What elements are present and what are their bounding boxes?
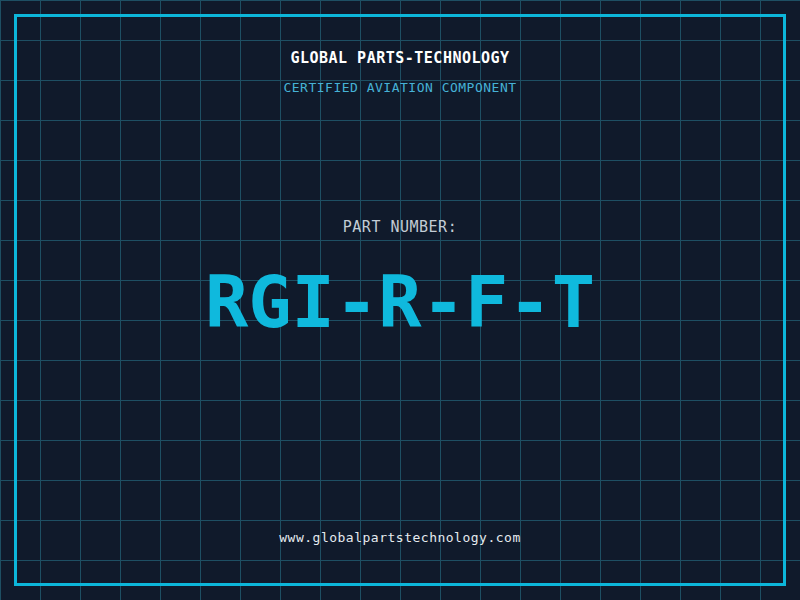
certification-subtitle: CERTIFIED AVIATION COMPONENT — [0, 76, 800, 100]
part-label-card: GLOBAL PARTS-TECHNOLOGY CERTIFIED AVIATI… — [0, 0, 800, 600]
website-url: www.globalpartstechnology.com — [0, 526, 800, 550]
part-number-value: RGI-R-F-T — [0, 262, 800, 342]
company-name: GLOBAL PARTS-TECHNOLOGY — [0, 46, 800, 70]
part-number-label: PART NUMBER: — [0, 215, 800, 239]
